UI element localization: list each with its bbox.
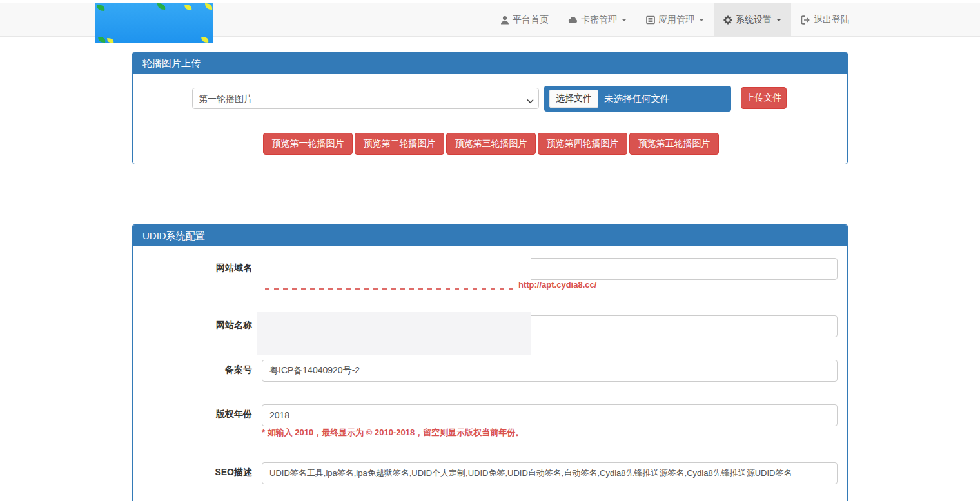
obscured-hint-fragments xyxy=(265,288,515,290)
nav-item-logout[interactable]: 退出登陆 xyxy=(791,3,859,37)
copyright-year-label: 版权年份 xyxy=(146,409,252,420)
preview-slide-2-button[interactable]: 预览第二轮播图片 xyxy=(355,133,444,155)
copyright-year-input[interactable] xyxy=(262,404,838,426)
user-icon xyxy=(500,15,509,25)
seo-description-label: SEO描述 xyxy=(146,467,252,478)
carousel-slot-select[interactable]: 第一轮播图片 xyxy=(192,88,539,109)
preview-slide-5-button[interactable]: 预览第五轮播图片 xyxy=(629,133,719,155)
preview-slide-4-button[interactable]: 预览第四轮播图片 xyxy=(538,133,627,155)
carousel-upload-panel: 轮播图片上传 第一轮播图片 选择文件 未选择任何文件 上传文件 预览第一轮播图片… xyxy=(132,52,848,164)
nav-item-card-management[interactable]: 卡密管理 xyxy=(558,3,636,37)
preview-buttons-row: 预览第一轮播图片 预览第二轮播图片 预览第三轮播图片 预览第四轮播图片 预览第五… xyxy=(263,133,721,155)
choose-file-button[interactable]: 选择文件 xyxy=(549,90,598,108)
chevron-down-icon xyxy=(622,19,627,21)
chevron-down-icon xyxy=(699,19,704,21)
nav-item-system-settings[interactable]: 系统设置 xyxy=(714,3,791,37)
cloud-icon xyxy=(568,15,578,25)
chevron-down-icon xyxy=(776,19,781,21)
icp-number-input[interactable] xyxy=(262,360,838,382)
udid-config-panel: UDID系统配置 网站域名 http://apt.cydia8.cc/ 网站名称… xyxy=(132,224,848,501)
copyright-year-hint: * 如输入 2010，最终显示为 © 2010-2018，留空则显示版权当前年份… xyxy=(262,427,524,438)
upload-file-button[interactable]: 上传文件 xyxy=(741,87,787,109)
icp-number-label: 备案号 xyxy=(146,364,252,376)
site-logo[interactable] xyxy=(95,3,213,43)
preview-slide-3-button[interactable]: 预览第三轮播图片 xyxy=(446,133,536,155)
nav-item-label: 应用管理 xyxy=(658,14,694,26)
nav-item-app-management[interactable]: 应用管理 xyxy=(636,3,714,37)
nav-item-label: 系统设置 xyxy=(736,14,772,26)
seo-description-input[interactable] xyxy=(262,462,838,484)
nav-item-label: 平台首页 xyxy=(513,14,549,26)
carousel-panel-body: 第一轮播图片 选择文件 未选择任何文件 上传文件 预览第一轮播图片 预览第二轮播… xyxy=(133,74,847,164)
nav-item-home[interactable]: 平台首页 xyxy=(491,3,558,37)
list-alt-icon xyxy=(646,15,655,25)
logout-icon xyxy=(801,15,810,25)
site-name-label: 网站名称 xyxy=(146,320,252,331)
nav-item-label: 卡密管理 xyxy=(581,14,617,26)
udid-panel-body: 网站域名 http://apt.cydia8.cc/ 网站名称 备案号 版权年份… xyxy=(133,246,847,501)
carousel-slot-select-wrap: 第一轮播图片 xyxy=(192,88,539,109)
file-status-text: 未选择任何文件 xyxy=(604,93,670,105)
file-input[interactable]: 选择文件 未选择任何文件 xyxy=(544,86,731,112)
gear-icon xyxy=(723,15,732,25)
nav-item-label: 退出登陆 xyxy=(814,14,850,26)
panel-title: UDID系统配置 xyxy=(133,225,847,246)
preview-slide-1-button[interactable]: 预览第一轮播图片 xyxy=(263,133,353,155)
censor-overlay xyxy=(257,253,531,280)
nav-menu: 平台首页 卡密管理 应用管理 系统设置 xyxy=(491,3,859,37)
censor-overlay xyxy=(257,312,531,355)
panel-title: 轮播图片上传 xyxy=(133,52,847,74)
site-domain-hint-tail: http://apt.cydia8.cc/ xyxy=(518,280,596,290)
site-domain-label: 网站域名 xyxy=(146,262,252,274)
